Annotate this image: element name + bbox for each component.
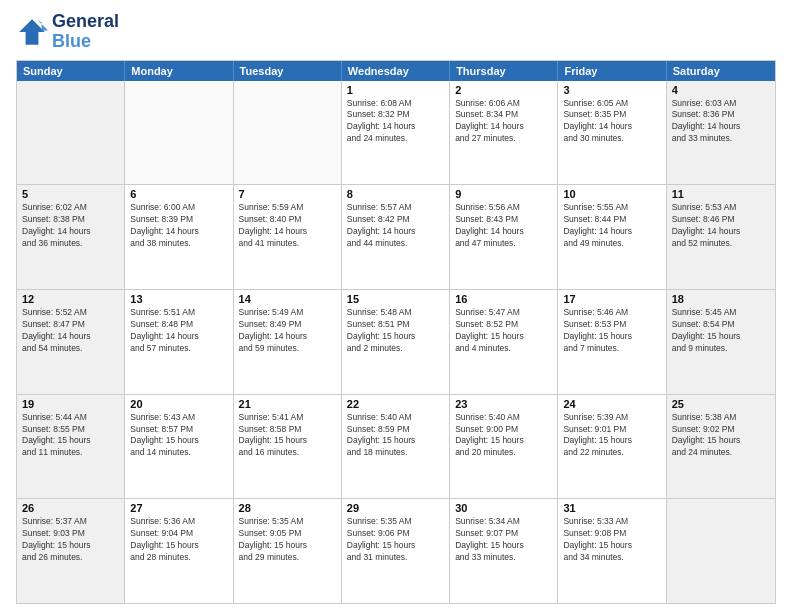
day-header-wednesday: Wednesday bbox=[342, 61, 450, 81]
day-number: 27 bbox=[130, 502, 227, 514]
calendar-cell: 9Sunrise: 5:56 AM Sunset: 8:43 PM Daylig… bbox=[450, 185, 558, 289]
calendar-cell: 24Sunrise: 5:39 AM Sunset: 9:01 PM Dayli… bbox=[558, 395, 666, 499]
day-header-tuesday: Tuesday bbox=[234, 61, 342, 81]
cell-info: Sunrise: 5:57 AM Sunset: 8:42 PM Dayligh… bbox=[347, 202, 444, 250]
calendar-row-2: 5Sunrise: 6:02 AM Sunset: 8:38 PM Daylig… bbox=[17, 184, 775, 289]
calendar-row-3: 12Sunrise: 5:52 AM Sunset: 8:47 PM Dayli… bbox=[17, 289, 775, 394]
calendar-cell bbox=[667, 499, 775, 603]
cell-info: Sunrise: 5:46 AM Sunset: 8:53 PM Dayligh… bbox=[563, 307, 660, 355]
logo-text: General Blue bbox=[52, 12, 119, 52]
calendar-row-1: 1Sunrise: 6:08 AM Sunset: 8:32 PM Daylig… bbox=[17, 81, 775, 185]
day-number: 12 bbox=[22, 293, 119, 305]
day-number: 15 bbox=[347, 293, 444, 305]
calendar-cell: 25Sunrise: 5:38 AM Sunset: 9:02 PM Dayli… bbox=[667, 395, 775, 499]
day-number: 21 bbox=[239, 398, 336, 410]
calendar-cell: 10Sunrise: 5:55 AM Sunset: 8:44 PM Dayli… bbox=[558, 185, 666, 289]
calendar-row-4: 19Sunrise: 5:44 AM Sunset: 8:55 PM Dayli… bbox=[17, 394, 775, 499]
cell-info: Sunrise: 5:43 AM Sunset: 8:57 PM Dayligh… bbox=[130, 412, 227, 460]
cell-info: Sunrise: 5:44 AM Sunset: 8:55 PM Dayligh… bbox=[22, 412, 119, 460]
cell-info: Sunrise: 5:53 AM Sunset: 8:46 PM Dayligh… bbox=[672, 202, 770, 250]
calendar-cell: 5Sunrise: 6:02 AM Sunset: 8:38 PM Daylig… bbox=[17, 185, 125, 289]
calendar-cell bbox=[125, 81, 233, 185]
calendar-cell: 8Sunrise: 5:57 AM Sunset: 8:42 PM Daylig… bbox=[342, 185, 450, 289]
cell-info: Sunrise: 5:51 AM Sunset: 8:48 PM Dayligh… bbox=[130, 307, 227, 355]
calendar-cell: 13Sunrise: 5:51 AM Sunset: 8:48 PM Dayli… bbox=[125, 290, 233, 394]
cell-info: Sunrise: 5:56 AM Sunset: 8:43 PM Dayligh… bbox=[455, 202, 552, 250]
day-number: 30 bbox=[455, 502, 552, 514]
day-number: 24 bbox=[563, 398, 660, 410]
cell-info: Sunrise: 6:08 AM Sunset: 8:32 PM Dayligh… bbox=[347, 98, 444, 146]
cell-info: Sunrise: 5:40 AM Sunset: 9:00 PM Dayligh… bbox=[455, 412, 552, 460]
calendar-cell: 18Sunrise: 5:45 AM Sunset: 8:54 PM Dayli… bbox=[667, 290, 775, 394]
cell-info: Sunrise: 6:06 AM Sunset: 8:34 PM Dayligh… bbox=[455, 98, 552, 146]
day-number: 22 bbox=[347, 398, 444, 410]
day-number: 20 bbox=[130, 398, 227, 410]
calendar-cell: 3Sunrise: 6:05 AM Sunset: 8:35 PM Daylig… bbox=[558, 81, 666, 185]
calendar-cell: 1Sunrise: 6:08 AM Sunset: 8:32 PM Daylig… bbox=[342, 81, 450, 185]
cell-info: Sunrise: 6:03 AM Sunset: 8:36 PM Dayligh… bbox=[672, 98, 770, 146]
cell-info: Sunrise: 5:48 AM Sunset: 8:51 PM Dayligh… bbox=[347, 307, 444, 355]
calendar-cell: 7Sunrise: 5:59 AM Sunset: 8:40 PM Daylig… bbox=[234, 185, 342, 289]
calendar-cell: 19Sunrise: 5:44 AM Sunset: 8:55 PM Dayli… bbox=[17, 395, 125, 499]
day-number: 13 bbox=[130, 293, 227, 305]
day-number: 9 bbox=[455, 188, 552, 200]
day-number: 28 bbox=[239, 502, 336, 514]
calendar-row-5: 26Sunrise: 5:37 AM Sunset: 9:03 PM Dayli… bbox=[17, 498, 775, 603]
day-number: 2 bbox=[455, 84, 552, 96]
day-number: 7 bbox=[239, 188, 336, 200]
calendar-cell: 4Sunrise: 6:03 AM Sunset: 8:36 PM Daylig… bbox=[667, 81, 775, 185]
calendar-cell: 15Sunrise: 5:48 AM Sunset: 8:51 PM Dayli… bbox=[342, 290, 450, 394]
calendar-cell: 23Sunrise: 5:40 AM Sunset: 9:00 PM Dayli… bbox=[450, 395, 558, 499]
day-number: 4 bbox=[672, 84, 770, 96]
day-number: 31 bbox=[563, 502, 660, 514]
cell-info: Sunrise: 5:41 AM Sunset: 8:58 PM Dayligh… bbox=[239, 412, 336, 460]
cell-info: Sunrise: 5:34 AM Sunset: 9:07 PM Dayligh… bbox=[455, 516, 552, 564]
day-number: 14 bbox=[239, 293, 336, 305]
day-number: 11 bbox=[672, 188, 770, 200]
cell-info: Sunrise: 5:39 AM Sunset: 9:01 PM Dayligh… bbox=[563, 412, 660, 460]
calendar-cell: 17Sunrise: 5:46 AM Sunset: 8:53 PM Dayli… bbox=[558, 290, 666, 394]
day-number: 25 bbox=[672, 398, 770, 410]
page: General Blue SundayMondayTuesdayWednesda… bbox=[0, 0, 792, 612]
day-number: 16 bbox=[455, 293, 552, 305]
calendar-cell: 6Sunrise: 6:00 AM Sunset: 8:39 PM Daylig… bbox=[125, 185, 233, 289]
calendar-cell: 11Sunrise: 5:53 AM Sunset: 8:46 PM Dayli… bbox=[667, 185, 775, 289]
cell-info: Sunrise: 5:59 AM Sunset: 8:40 PM Dayligh… bbox=[239, 202, 336, 250]
calendar-body: 1Sunrise: 6:08 AM Sunset: 8:32 PM Daylig… bbox=[17, 81, 775, 603]
cell-info: Sunrise: 5:52 AM Sunset: 8:47 PM Dayligh… bbox=[22, 307, 119, 355]
day-header-saturday: Saturday bbox=[667, 61, 775, 81]
day-number: 1 bbox=[347, 84, 444, 96]
day-number: 6 bbox=[130, 188, 227, 200]
calendar-cell: 16Sunrise: 5:47 AM Sunset: 8:52 PM Dayli… bbox=[450, 290, 558, 394]
cell-info: Sunrise: 5:33 AM Sunset: 9:08 PM Dayligh… bbox=[563, 516, 660, 564]
calendar-cell: 31Sunrise: 5:33 AM Sunset: 9:08 PM Dayli… bbox=[558, 499, 666, 603]
calendar-cell: 26Sunrise: 5:37 AM Sunset: 9:03 PM Dayli… bbox=[17, 499, 125, 603]
cell-info: Sunrise: 5:55 AM Sunset: 8:44 PM Dayligh… bbox=[563, 202, 660, 250]
day-number: 29 bbox=[347, 502, 444, 514]
cell-info: Sunrise: 5:36 AM Sunset: 9:04 PM Dayligh… bbox=[130, 516, 227, 564]
day-number: 10 bbox=[563, 188, 660, 200]
cell-info: Sunrise: 6:02 AM Sunset: 8:38 PM Dayligh… bbox=[22, 202, 119, 250]
day-header-thursday: Thursday bbox=[450, 61, 558, 81]
calendar-cell: 12Sunrise: 5:52 AM Sunset: 8:47 PM Dayli… bbox=[17, 290, 125, 394]
calendar-header: SundayMondayTuesdayWednesdayThursdayFrid… bbox=[17, 61, 775, 81]
day-number: 23 bbox=[455, 398, 552, 410]
cell-info: Sunrise: 5:35 AM Sunset: 9:05 PM Dayligh… bbox=[239, 516, 336, 564]
calendar-cell bbox=[234, 81, 342, 185]
day-header-monday: Monday bbox=[125, 61, 233, 81]
cell-info: Sunrise: 6:05 AM Sunset: 8:35 PM Dayligh… bbox=[563, 98, 660, 146]
day-number: 26 bbox=[22, 502, 119, 514]
day-number: 3 bbox=[563, 84, 660, 96]
cell-info: Sunrise: 5:37 AM Sunset: 9:03 PM Dayligh… bbox=[22, 516, 119, 564]
day-header-sunday: Sunday bbox=[17, 61, 125, 81]
logo: General Blue bbox=[16, 12, 119, 52]
cell-info: Sunrise: 5:45 AM Sunset: 8:54 PM Dayligh… bbox=[672, 307, 770, 355]
calendar-cell: 28Sunrise: 5:35 AM Sunset: 9:05 PM Dayli… bbox=[234, 499, 342, 603]
day-header-friday: Friday bbox=[558, 61, 666, 81]
cell-info: Sunrise: 5:35 AM Sunset: 9:06 PM Dayligh… bbox=[347, 516, 444, 564]
cell-info: Sunrise: 6:00 AM Sunset: 8:39 PM Dayligh… bbox=[130, 202, 227, 250]
calendar-cell: 14Sunrise: 5:49 AM Sunset: 8:49 PM Dayli… bbox=[234, 290, 342, 394]
day-number: 18 bbox=[672, 293, 770, 305]
calendar: SundayMondayTuesdayWednesdayThursdayFrid… bbox=[16, 60, 776, 604]
cell-info: Sunrise: 5:38 AM Sunset: 9:02 PM Dayligh… bbox=[672, 412, 770, 460]
